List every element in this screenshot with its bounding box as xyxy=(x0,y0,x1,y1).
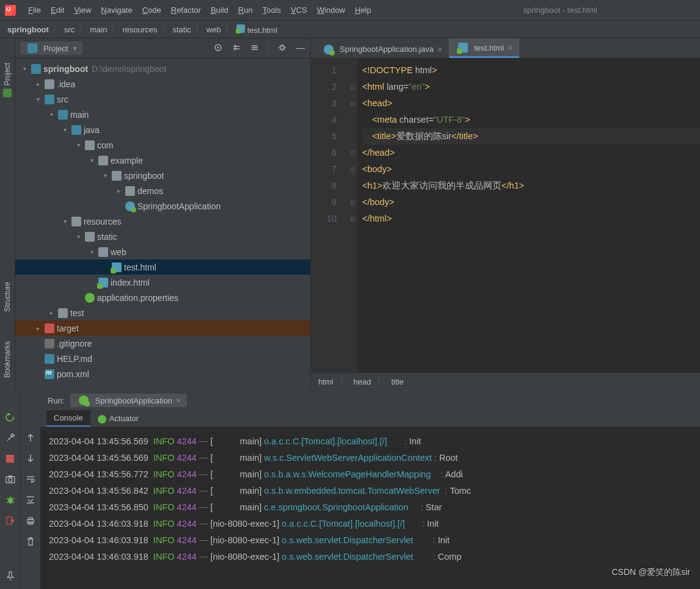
gear-icon[interactable] xyxy=(277,43,287,52)
breadcrumb-item[interactable]: web xyxy=(206,25,221,34)
tree-row[interactable]: ▾resources xyxy=(15,214,310,229)
tree-arrow-icon[interactable]: ▾ xyxy=(87,157,96,164)
exit-icon[interactable] xyxy=(5,515,16,526)
tree-arrow-icon[interactable]: ▾ xyxy=(74,233,82,240)
tree-arrow-icon[interactable]: ▾ xyxy=(47,111,56,118)
fold-gutter[interactable]: ⊟⊟⊟⊟⊟⊟ xyxy=(348,59,357,373)
tree-row[interactable]: ▾main xyxy=(15,107,310,122)
editor-tab[interactable]: SpringbootApplication.java× xyxy=(315,40,449,58)
tools-icon[interactable] xyxy=(5,432,16,443)
print-icon[interactable] xyxy=(25,515,36,526)
editor-tab[interactable]: test.html× xyxy=(449,38,519,58)
project-tree[interactable]: ▾springbootD:\demo\springboot▸.idea▾src▾… xyxy=(15,59,310,390)
tree-row[interactable]: ▾springboot xyxy=(15,168,310,183)
close-icon[interactable]: × xyxy=(176,396,181,405)
breadcrumb-item[interactable]: resources xyxy=(122,25,157,34)
tree-row[interactable]: ▾com xyxy=(15,137,310,153)
trash-icon[interactable] xyxy=(25,536,36,547)
tree-row[interactable]: ▾java xyxy=(15,122,310,137)
project-tool-button[interactable]: Project xyxy=(3,63,12,97)
console-tab[interactable]: Console xyxy=(46,410,90,427)
breadcrumb-item[interactable]: static xyxy=(173,25,191,34)
close-icon[interactable]: × xyxy=(437,45,442,54)
tree-row[interactable]: ▾src xyxy=(15,92,310,107)
menu-run[interactable]: Run xyxy=(233,3,258,17)
menu-edit[interactable]: Edit xyxy=(46,3,69,17)
rerun-icon[interactable] xyxy=(5,411,16,422)
tree-arrow-icon[interactable]: ▸ xyxy=(34,81,42,87)
nav-trail-item[interactable]: html xyxy=(318,377,334,386)
scroll-to-end-icon[interactable] xyxy=(25,494,36,505)
structure-tool-button[interactable]: Structure xyxy=(3,282,12,312)
nav-trail-item[interactable]: head xyxy=(354,377,371,386)
console-output[interactable]: 2023-04-04 13:45:56.569 INFO 4244 --- [ … xyxy=(40,427,700,589)
close-icon[interactable]: × xyxy=(508,43,512,52)
editor-body[interactable]: 12345678910 ⊟⊟⊟⊟⊟⊟ <!DOCTYPE html><html … xyxy=(311,59,700,373)
watermark: CSDN @爱笑的陈sir xyxy=(611,567,690,578)
chevron-right-icon: 〉 xyxy=(78,24,86,35)
actuator-tab[interactable]: Actuator xyxy=(90,411,146,427)
tree-row[interactable]: HELP.md xyxy=(15,351,310,366)
tree-arrow-icon[interactable]: ▸ xyxy=(47,309,56,316)
breadcrumb-item[interactable]: main xyxy=(90,25,107,34)
folder-icon xyxy=(112,171,122,181)
menu-vcs[interactable]: VCS xyxy=(286,3,312,17)
expand-all-icon[interactable] xyxy=(232,43,241,52)
menu-tools[interactable]: Tools xyxy=(258,3,286,17)
tree-row[interactable]: ▾example xyxy=(15,153,310,168)
tree-arrow-icon[interactable]: ▾ xyxy=(60,218,69,225)
run-config-tab[interactable]: SpringbootApplication × xyxy=(70,394,187,407)
tree-row[interactable]: ▾web xyxy=(15,244,310,259)
breadcrumb-item[interactable]: test.html xyxy=(236,24,277,35)
stop-icon[interactable] xyxy=(5,453,16,464)
hide-icon[interactable]: — xyxy=(296,43,305,52)
menu-view[interactable]: View xyxy=(69,3,96,17)
scroll-down-icon[interactable] xyxy=(25,453,36,464)
tree-row[interactable]: application.properties xyxy=(15,290,310,305)
tree-row[interactable]: ▸test xyxy=(15,305,310,320)
menu-help[interactable]: Help xyxy=(350,3,376,17)
tree-arrow-icon[interactable]: ▾ xyxy=(60,126,69,133)
breadcrumb-item[interactable]: src xyxy=(64,25,75,34)
tree-row[interactable]: pom.xml xyxy=(15,366,310,381)
tree-row[interactable]: ▾springbootD:\demo\springboot xyxy=(15,61,310,76)
editor-breadcrumb[interactable]: html〉head〉title xyxy=(311,373,700,390)
bookmarks-tool-button[interactable]: Bookmarks xyxy=(3,341,12,378)
menu-window[interactable]: Window xyxy=(312,3,350,17)
collapse-all-icon[interactable] xyxy=(250,43,260,52)
camera-icon[interactable] xyxy=(5,474,16,485)
tree-row[interactable]: ▸demos xyxy=(15,183,310,198)
soft-wrap-icon[interactable] xyxy=(25,474,36,485)
tree-arrow-icon[interactable]: ▸ xyxy=(34,325,42,331)
project-view-selector[interactable]: Project ▼ xyxy=(20,42,82,55)
nav-trail-item[interactable]: title xyxy=(391,377,403,386)
pin-icon[interactable] xyxy=(5,571,16,582)
tree-row[interactable]: index.html xyxy=(15,275,310,290)
breadcrumb-item[interactable]: springboot xyxy=(7,25,49,34)
tree-arrow-icon[interactable]: ▾ xyxy=(87,248,96,255)
tree-arrow-icon[interactable]: ▾ xyxy=(20,65,29,72)
menu-build[interactable]: Build xyxy=(206,3,233,17)
tree-arrow-icon[interactable]: ▾ xyxy=(34,96,42,103)
menu-file[interactable]: File xyxy=(23,3,46,17)
tree-row[interactable]: ▾static xyxy=(15,229,310,244)
tree-row[interactable]: test.html xyxy=(15,259,310,275)
menu-code[interactable]: Code xyxy=(137,3,166,17)
scroll-up-icon[interactable] xyxy=(25,432,36,443)
menu-navigate[interactable]: Navigate xyxy=(96,3,137,17)
tree-row[interactable]: ▸.idea xyxy=(15,76,310,92)
bug-icon[interactable] xyxy=(5,494,16,505)
tree-row[interactable]: ▸target xyxy=(15,320,310,336)
tree-arrow-icon[interactable]: ▾ xyxy=(74,142,82,148)
svg-point-7 xyxy=(8,497,13,504)
tree-arrow-icon[interactable]: ▾ xyxy=(101,172,109,179)
menu-refactor[interactable]: Refactor xyxy=(166,3,206,17)
tree-arrow-icon[interactable]: ▸ xyxy=(114,187,123,194)
code-content[interactable]: <!DOCTYPE html><html lang="en"><head> <m… xyxy=(357,59,700,373)
tree-row[interactable]: SpringbootApplication xyxy=(15,198,310,214)
svg-rect-3 xyxy=(6,455,14,463)
svg-point-5 xyxy=(9,478,12,482)
folder-icon xyxy=(85,232,95,242)
select-opened-icon[interactable] xyxy=(213,43,223,52)
tree-row[interactable]: .gitignore xyxy=(15,336,310,351)
